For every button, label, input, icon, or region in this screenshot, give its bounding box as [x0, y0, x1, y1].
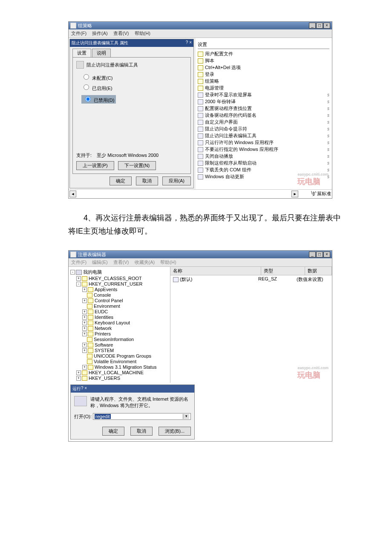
- tree-node[interactable]: +Software: [70, 342, 168, 347]
- menu-help[interactable]: 帮助(H): [160, 260, 176, 265]
- help-icon[interactable]: ?: [186, 40, 188, 46]
- list-item[interactable]: 用户配置文件: [198, 51, 329, 57]
- footer-tab-std[interactable]: 标准: [322, 191, 331, 197]
- menu-file[interactable]: 文件(F): [71, 260, 86, 265]
- minimize-button[interactable]: _: [309, 251, 316, 257]
- scroll-right-icon[interactable]: ►: [291, 191, 298, 197]
- list-item[interactable]: 配置驱动程序查找位置s: [198, 105, 329, 112]
- list-item[interactable]: 阻止访问注册表编辑工具s: [198, 133, 329, 139]
- close-icon[interactable]: ×: [84, 386, 87, 392]
- col-type[interactable]: 类型: [261, 267, 305, 275]
- list-item[interactable]: 脚本: [198, 58, 329, 64]
- tab-explain[interactable]: 说明: [92, 49, 111, 57]
- list-item[interactable]: 阻止访问命令提示符s: [198, 126, 329, 132]
- col-name[interactable]: 名称: [170, 267, 261, 275]
- expander-icon[interactable]: +: [76, 276, 81, 281]
- tree-node[interactable]: +Identities: [70, 315, 168, 320]
- expander-icon[interactable]: +: [82, 321, 87, 325]
- tree-node[interactable]: +AppEvents: [70, 287, 168, 292]
- tree-root[interactable]: - 我的电脑: [70, 269, 168, 275]
- expander-icon[interactable]: +: [76, 376, 81, 381]
- list-item[interactable]: 设备驱动程序的代码签名s: [198, 112, 329, 119]
- tree-node[interactable]: +Control Panel: [70, 298, 168, 303]
- run-ok-button[interactable]: 确定: [102, 427, 124, 436]
- tree-node[interactable]: +SYSTEM: [70, 348, 168, 353]
- tree-node[interactable]: Environment: [70, 304, 168, 309]
- list-item[interactable]: Ctrl+Alt+Del 选项: [198, 64, 329, 71]
- apply-button[interactable]: 应用(A): [162, 176, 191, 185]
- radio-enabled[interactable]: 已启用(E): [81, 83, 187, 92]
- cancel-button[interactable]: 取消: [136, 176, 158, 185]
- expander-icon[interactable]: +: [82, 365, 87, 370]
- tree-node[interactable]: Volatile Environment: [70, 359, 168, 364]
- registry-tree[interactable]: - 我的电脑 +HKEY_CLASSES_ROOT-HKEY_CURRENT_U…: [69, 267, 170, 383]
- expander-icon[interactable]: +: [82, 287, 87, 292]
- maximize-button[interactable]: □: [316, 251, 323, 257]
- list-row[interactable]: (默认) REG_SZ (数值未设置): [170, 275, 332, 283]
- list-item[interactable]: 2000 年份转译s: [198, 98, 329, 105]
- expander-icon[interactable]: +: [82, 332, 87, 336]
- tree-node[interactable]: -HKEY_CURRENT_USER: [70, 281, 168, 286]
- tree-node[interactable]: UNICODE Program Groups: [70, 353, 168, 358]
- menu-fav[interactable]: 收藏夹(A): [135, 260, 155, 265]
- radio-enabled-input[interactable]: [84, 84, 89, 90]
- menu-edit[interactable]: 编辑(E): [92, 260, 108, 265]
- tree-node[interactable]: +HKEY_USERS: [70, 376, 168, 381]
- ok-button[interactable]: 确定: [110, 176, 132, 185]
- minimize-button[interactable]: _: [309, 23, 316, 29]
- tree-node[interactable]: +Keyboard Layout: [70, 320, 168, 325]
- list-item[interactable]: 组策略: [198, 78, 329, 84]
- tree-node[interactable]: +HKEY_CLASSES_ROOT: [70, 276, 168, 281]
- key-folder-icon: [88, 332, 93, 336]
- list-item[interactable]: 限制这些程序从帮助启动s: [198, 160, 329, 166]
- expander-icon[interactable]: +: [82, 309, 87, 314]
- maximize-button[interactable]: □: [316, 23, 323, 29]
- expander-icon[interactable]: +: [82, 315, 87, 320]
- help-icon[interactable]: ?: [81, 386, 84, 392]
- list-item[interactable]: 关闭自动播放s: [198, 153, 329, 159]
- tree-node[interactable]: Console: [70, 292, 168, 298]
- tree-node[interactable]: +EUDC: [70, 309, 168, 314]
- dropdown-icon[interactable]: ▾: [183, 414, 189, 419]
- run-browse-button[interactable]: 浏览(B)...: [159, 427, 191, 436]
- menu-view[interactable]: 查看(V): [113, 260, 129, 265]
- radio-disabled[interactable]: 已禁用(D): [81, 95, 116, 104]
- close-icon[interactable]: ×: [189, 40, 192, 46]
- list-item[interactable]: 自定义用户界面s: [198, 119, 329, 125]
- close-button[interactable]: ×: [323, 23, 330, 29]
- tree-node[interactable]: +Printers: [70, 331, 168, 336]
- next-setting-button[interactable]: 下一设置(N): [118, 161, 156, 170]
- run-input[interactable]: regedit ▾: [93, 413, 191, 420]
- menu-file[interactable]: 文件(F): [71, 31, 86, 36]
- prev-setting-button[interactable]: 上一设置(P): [76, 161, 114, 170]
- close-button[interactable]: ×: [323, 251, 330, 257]
- list-item[interactable]: 不要运行指定的 Windows 应用程序s: [198, 146, 329, 153]
- list-item[interactable]: 登录时不显示欢迎屏幕s: [198, 92, 329, 98]
- expander-icon[interactable]: +: [82, 326, 87, 331]
- radio-disabled-input[interactable]: [85, 96, 91, 102]
- tab-settings[interactable]: 设置: [72, 49, 91, 57]
- expander-icon[interactable]: +: [82, 343, 87, 347]
- key-folder-icon: [88, 343, 93, 347]
- expander-icon[interactable]: +: [76, 370, 81, 375]
- expander-icon[interactable]: +: [82, 348, 87, 353]
- tree-node[interactable]: +HKEY_LOCAL_MACHINE: [70, 370, 168, 375]
- tree-node[interactable]: +Windows 3.1 Migration Status: [70, 364, 168, 370]
- col-data[interactable]: 数据: [305, 267, 332, 275]
- expander-icon[interactable]: -: [76, 282, 81, 286]
- radio-not-configured-input[interactable]: [84, 74, 89, 80]
- list-item[interactable]: 电源管理: [198, 85, 329, 91]
- menu-action[interactable]: 操作(A): [92, 31, 108, 36]
- scroll-left-icon[interactable]: ◄: [69, 191, 76, 197]
- menu-view[interactable]: 查看(V): [113, 31, 129, 36]
- tree-node[interactable]: +Network: [70, 326, 168, 331]
- expander-icon[interactable]: +: [82, 298, 87, 303]
- list-item[interactable]: 登录: [198, 71, 329, 78]
- tree-node[interactable]: SessionInformation: [70, 337, 168, 342]
- footer-tab-ext[interactable]: 扩展: [312, 191, 322, 197]
- run-cancel-button[interactable]: 取消: [130, 427, 153, 436]
- radio-not-configured[interactable]: 未配置(C): [81, 73, 187, 81]
- list-item[interactable]: 只运行许可的 Windows 应用程序s: [198, 139, 329, 146]
- menu-help[interactable]: 帮助(H): [135, 31, 150, 36]
- policy-icon: [198, 161, 203, 166]
